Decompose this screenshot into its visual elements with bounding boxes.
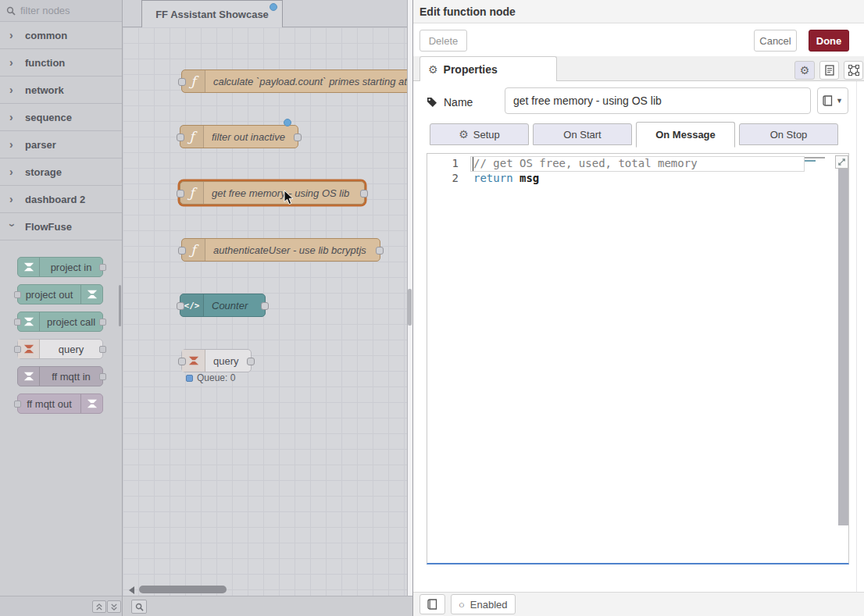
delete-button[interactable]: Delete [420, 30, 467, 52]
search-icon [6, 6, 16, 16]
canvas-footer [123, 596, 412, 616]
dialog-title: Edit function node [413, 0, 864, 23]
frame-icon [848, 65, 859, 76]
palette-category-function[interactable]: ›function [0, 49, 122, 77]
line-number: 1 [427, 157, 459, 169]
node-red-app: ›common ›function ›network ›sequence ›pa… [0, 0, 864, 616]
code-editor[interactable]: 1 2 // get OS free, used, total memory r… [427, 153, 849, 564]
node-input-port [14, 346, 21, 353]
flowfuse-icon [80, 394, 102, 413]
code-line: return msg [473, 172, 539, 184]
tab-on-stop[interactable]: On Stop [739, 123, 838, 145]
chevron-right-icon: › [9, 56, 16, 69]
flowfuse-icon [18, 367, 40, 386]
flow-node-counter[interactable]: </> Counter [180, 294, 266, 317]
palette-category-flowfuse[interactable]: ›FlowFuse [0, 213, 122, 240]
tab-on-start[interactable]: On Start [533, 123, 632, 145]
node-output-port[interactable] [247, 358, 255, 365]
flow-node-filter-out-inactive[interactable]: ƒ filter out inactive [180, 125, 298, 148]
node-output-port[interactable] [376, 247, 384, 255]
node-input-port[interactable] [178, 358, 186, 365]
palette-category-common[interactable]: ›common [0, 22, 122, 49]
palette-filter-input[interactable] [20, 5, 106, 16]
node-output-port[interactable] [294, 134, 302, 141]
flow-node-authenticate-user[interactable]: ƒ authenticateUser - use lib bcryptjs [181, 238, 380, 262]
node-input-port[interactable] [177, 302, 184, 310]
chevron-down-icon: › [6, 223, 19, 230]
description-view-button[interactable] [819, 61, 839, 80]
cancel-button[interactable]: Cancel [754, 30, 797, 52]
palette-category-parser[interactable]: ›parser [0, 131, 122, 158]
horizontal-scrollbar[interactable] [139, 586, 227, 593]
edit-function-node-dialog: Edit function node Delete Cancel Done ⚙ … [412, 0, 864, 616]
node-output-port[interactable] [360, 190, 368, 198]
dialog-tab-row: ⚙ Properties ⚙ [413, 56, 864, 81]
palette-category-network[interactable]: ›network [0, 77, 122, 104]
properties-view-button[interactable]: ⚙ [794, 61, 815, 80]
palette-category-storage[interactable]: ›storage [0, 158, 122, 186]
node-input-port[interactable] [178, 78, 186, 86]
palette-search[interactable] [0, 0, 122, 22]
tab-properties[interactable]: ⚙ Properties [420, 56, 557, 81]
scroll-left-arrow[interactable] [129, 586, 134, 594]
flow-node-query[interactable]: query [181, 349, 252, 372]
flowfuse-icon [80, 285, 102, 304]
node-output-port [99, 373, 106, 380]
tab-ff-assistant-showcase[interactable]: FF Assistant Showcase [141, 0, 283, 27]
palette-node-ff-mqtt-in[interactable]: ff mqtt in [17, 366, 103, 386]
node-input-port[interactable] [178, 247, 186, 255]
workspace-tab-bar: FF Assistant Showcase [123, 0, 412, 27]
tab-setup[interactable]: ⚙ Setup [430, 123, 529, 145]
palette-node-project-in[interactable]: project in [17, 257, 103, 277]
workspace-canvas[interactable]: FF Assistant Showcase ƒ calculate `paylo… [123, 0, 412, 616]
done-button[interactable]: Done [809, 30, 849, 52]
expand-all-button[interactable] [107, 600, 121, 613]
node-info-library-button[interactable] [420, 594, 445, 614]
double-chevron-up-icon [95, 603, 103, 611]
flow-node-calculate-primes[interactable]: ƒ calculate `payload.count` primes start… [181, 69, 412, 93]
collapse-all-button[interactable] [92, 600, 106, 613]
palette-node-project-call[interactable]: project call [17, 312, 103, 332]
palette-node-project-out[interactable]: project out [17, 284, 103, 304]
node-input-port[interactable] [177, 134, 184, 141]
canvas-grid [123, 27, 412, 596]
document-icon [825, 65, 834, 76]
chevron-right-icon: › [9, 111, 16, 123]
node-input-port [14, 319, 21, 326]
tag-icon [427, 97, 437, 108]
palette-node-query[interactable]: query [17, 339, 103, 359]
palette-category-dashboard2[interactable]: ›dashboard 2 [0, 186, 122, 213]
appearance-view-button[interactable] [844, 61, 863, 80]
editor-minimap [805, 156, 830, 166]
flow-node-get-free-memory[interactable]: ƒ get free memory - using OS lib [180, 181, 365, 205]
name-input[interactable] [505, 87, 811, 114]
query-icon [18, 340, 40, 358]
node-output-port[interactable] [261, 302, 269, 310]
line-number: 2 [427, 172, 459, 184]
search-icon [135, 603, 144, 611]
vertical-scrollbar-track[interactable] [407, 0, 412, 596]
vertical-scrollbar-thumb[interactable] [408, 289, 412, 326]
tab-on-message[interactable]: On Message [636, 122, 735, 148]
flowfuse-icon [18, 258, 40, 276]
enabled-toggle-button[interactable]: ○ Enabled [451, 594, 516, 614]
mouse-cursor [284, 190, 295, 205]
chevron-right-icon: › [9, 84, 16, 96]
node-input-port[interactable] [177, 190, 184, 198]
node-output-port [99, 264, 106, 271]
palette-node-ff-mqtt-out[interactable]: ff mqtt out [17, 393, 103, 414]
editor-scrollbar[interactable] [838, 169, 848, 525]
palette-scrollbar[interactable] [119, 285, 121, 326]
chevron-right-icon: › [9, 193, 16, 205]
expand-editor-button[interactable] [835, 155, 848, 169]
caret-down-icon: ▼ [836, 97, 843, 105]
node-input-port [14, 401, 21, 408]
gear-icon: ⚙ [428, 64, 438, 75]
canvas-search-button[interactable] [131, 600, 147, 614]
book-icon [823, 95, 833, 106]
library-button[interactable]: ▼ [817, 87, 848, 114]
palette: ›common ›function ›network ›sequence ›pa… [0, 0, 123, 616]
gear-icon: ⚙ [800, 65, 810, 76]
node-status: Queue: 0 [186, 372, 235, 383]
palette-category-sequence[interactable]: ›sequence [0, 104, 122, 131]
